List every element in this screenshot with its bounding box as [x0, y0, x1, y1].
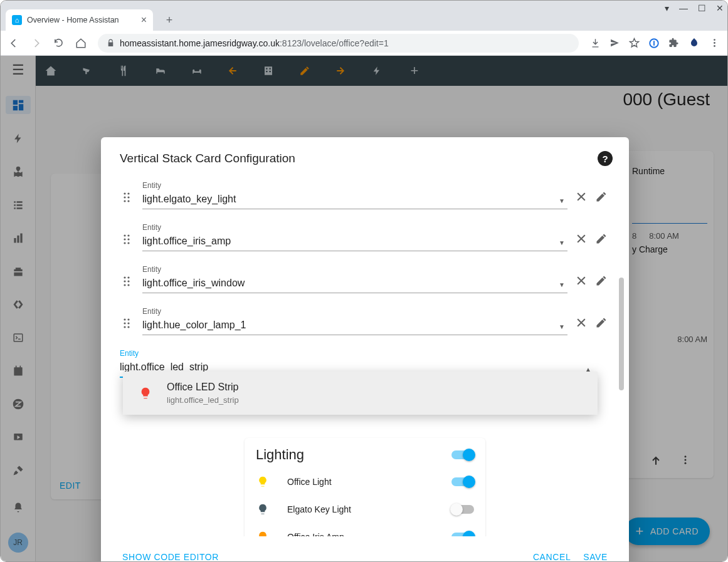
minimize-icon[interactable]: —: [679, 3, 688, 13]
svg-point-26: [124, 192, 125, 194]
svg-point-30: [124, 200, 125, 202]
toggle-switch[interactable]: [451, 477, 474, 486]
edit-entity-icon[interactable]: [595, 190, 608, 209]
svg-point-40: [124, 280, 125, 282]
lightbulb-icon: [138, 386, 153, 401]
extensions-icon[interactable]: [668, 38, 679, 48]
entity-row: Entity ▼: [122, 223, 608, 251]
preview-row-name: Office Light: [287, 477, 434, 487]
browser-window: ⌂ Overview - Home Assistan × + ▾ — ☐ ✕ h…: [0, 0, 728, 562]
svg-point-38: [124, 276, 125, 278]
autocomplete-secondary: light.office_led_strip: [167, 395, 239, 405]
preview-row: Office Iris Amp: [256, 523, 474, 536]
svg-point-42: [124, 284, 125, 286]
svg-point-47: [127, 322, 129, 324]
entity-input[interactable]: [142, 191, 567, 209]
toggle-switch[interactable]: [451, 533, 474, 536]
kebab-menu-icon[interactable]: [709, 38, 720, 48]
entity-row: Entity ▼: [122, 265, 608, 293]
close-tab-icon[interactable]: ×: [141, 14, 147, 26]
svg-point-31: [127, 200, 129, 202]
favicon-ha-icon: ⌂: [12, 15, 22, 25]
toggle-switch[interactable]: [451, 505, 474, 514]
svg-point-34: [124, 238, 125, 240]
svg-point-2: [714, 42, 715, 44]
svg-point-28: [124, 196, 125, 198]
svg-point-44: [124, 318, 125, 320]
drag-handle-icon[interactable]: [122, 234, 135, 251]
svg-point-46: [124, 322, 125, 324]
forward-icon: [31, 38, 42, 49]
save-button[interactable]: SAVE: [577, 548, 614, 562]
card-config-dialog: Vertical Stack Card Configuration ? Enti…: [101, 137, 629, 562]
tab-title: Overview - Home Assistan: [27, 16, 119, 24]
install-icon[interactable]: [590, 38, 601, 48]
lightbulb-icon: [256, 503, 270, 516]
edit-entity-icon[interactable]: [595, 316, 608, 335]
preview-row-name: Office Iris Amp: [287, 532, 434, 536]
autocomplete-option[interactable]: Office LED Strip light.office_led_strip: [123, 372, 598, 415]
entity-row: Entity ▼: [122, 181, 608, 209]
svg-point-43: [127, 284, 129, 286]
url-input[interactable]: homeassistant.home.jamesridgway.co.uk:81…: [98, 34, 579, 53]
show-code-editor-button[interactable]: SHOW CODE EDITOR: [116, 548, 225, 562]
svg-point-29: [127, 196, 129, 198]
lightbulb-icon: [256, 476, 270, 488]
svg-point-49: [127, 326, 129, 328]
remove-entity-icon[interactable]: [575, 190, 588, 209]
drag-handle-icon[interactable]: [122, 318, 135, 335]
reload-icon[interactable]: [53, 38, 64, 48]
tab-dropdown-icon[interactable]: ▾: [665, 3, 669, 13]
svg-point-41: [127, 280, 129, 282]
entity-label: Entity: [142, 181, 567, 190]
chevron-down-icon[interactable]: ▼: [559, 239, 565, 246]
preview-row-name: Elgato Key Light: [287, 504, 434, 514]
entity-label: Entity: [142, 265, 567, 274]
dialog-footer: SHOW CODE EDITOR CANCEL SAVE: [101, 536, 629, 562]
lightbulb-icon: [256, 531, 270, 536]
drag-handle-icon[interactable]: [122, 192, 135, 209]
ext-1password-icon[interactable]: [648, 38, 660, 49]
scrollbar[interactable]: [619, 278, 624, 390]
close-window-icon[interactable]: ✕: [716, 3, 724, 13]
browser-tab[interactable]: ⌂ Overview - Home Assistan ×: [6, 9, 153, 31]
maximize-icon[interactable]: ☐: [698, 3, 706, 13]
entity-label: Entity: [142, 223, 567, 232]
help-icon[interactable]: ?: [598, 151, 613, 166]
remove-entity-icon[interactable]: [575, 316, 588, 335]
star-icon[interactable]: [629, 38, 640, 48]
url-rest: :8123/lovelace/office?edit=1: [280, 38, 389, 48]
preview-title: Lighting: [256, 447, 304, 463]
svg-point-27: [127, 192, 129, 194]
chevron-down-icon[interactable]: ▼: [559, 323, 565, 330]
entity-input[interactable]: [142, 233, 567, 251]
edit-entity-icon[interactable]: [595, 232, 608, 251]
remove-entity-icon[interactable]: [575, 232, 588, 251]
new-tab-button[interactable]: +: [161, 11, 178, 29]
preview-lighting-card: Lighting Office Light Elgato Key Light O…: [245, 438, 485, 536]
ext-custom-icon[interactable]: [688, 37, 700, 49]
url-host: homeassistant.home.jamesridgway.co.uk: [120, 38, 280, 48]
entity-label: Entity: [120, 349, 594, 358]
drag-handle-icon[interactable]: [122, 276, 135, 293]
svg-point-35: [127, 238, 129, 240]
svg-point-37: [127, 242, 129, 244]
svg-point-45: [127, 318, 129, 320]
edit-entity-icon[interactable]: [595, 274, 608, 293]
home-icon[interactable]: [75, 38, 87, 49]
svg-point-1: [714, 39, 715, 41]
preview-row: Office Light: [256, 468, 474, 496]
chevron-down-icon[interactable]: ▼: [559, 197, 565, 204]
chevron-down-icon[interactable]: ▼: [559, 281, 565, 288]
preview-row: Elgato Key Light: [256, 496, 474, 523]
dialog-title: Vertical Stack Card Configuration: [120, 152, 295, 165]
entity-input[interactable]: [142, 317, 567, 335]
cancel-button[interactable]: CANCEL: [527, 548, 577, 562]
send-icon[interactable]: [609, 38, 620, 48]
entity-input[interactable]: [142, 275, 567, 293]
remove-entity-icon[interactable]: [575, 274, 588, 293]
svg-point-33: [127, 234, 129, 236]
toggle-all[interactable]: [451, 450, 474, 459]
svg-point-36: [124, 242, 125, 244]
back-icon[interactable]: [8, 38, 19, 49]
